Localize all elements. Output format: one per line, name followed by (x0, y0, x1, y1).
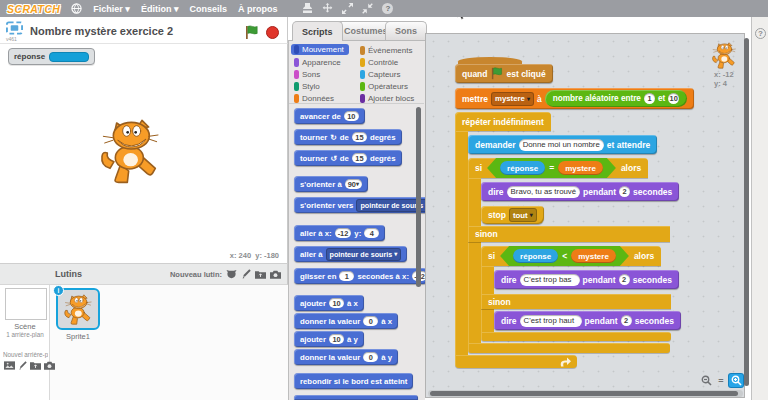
scratch-logo[interactable]: SCRATCH (7, 3, 60, 15)
category-events[interactable]: Événements (360, 46, 412, 55)
block-mettre-mystere[interactable]: mettre mystere▾ à nombre aléatoire entre… (455, 88, 694, 109)
condition-inferieur[interactable]: réponse < mystere (500, 246, 629, 266)
answer-watcher[interactable]: réponse (8, 48, 95, 65)
upload-sprite-icon[interactable] (255, 270, 266, 279)
camera-sprite-icon[interactable] (270, 270, 281, 279)
stage-thumbnail[interactable] (5, 288, 47, 320)
category-motion[interactable]: Mouvement (291, 44, 349, 55)
zoom-out-button[interactable] (699, 374, 713, 387)
project-title: Nombre mystère exercice 2 (30, 25, 173, 37)
block-sorienter-a[interactable]: s'orienter à 90▾ (294, 176, 368, 192)
dropdown-icon: ▾ (530, 212, 533, 218)
delete-cursor-icon[interactable] (322, 3, 333, 14)
grow-sprite-icon[interactable] (342, 3, 353, 14)
category-pen[interactable]: Stylo (294, 82, 320, 91)
scrollbar-thumb[interactable] (430, 391, 738, 396)
category-more-blocks[interactable]: Ajouter blocs (360, 94, 414, 103)
block-demander[interactable]: demander Donne moi un nombre et attendre (468, 135, 657, 154)
version-label: v461 (6, 36, 17, 42)
rotate-ccw-icon: ↺ (330, 154, 337, 163)
shrink-sprite-icon[interactable] (362, 3, 373, 14)
language-globe-icon[interactable] (71, 3, 82, 14)
block-dire-trop-haut[interactable]: dire C'est trop haut pendant 2 secondes (494, 311, 681, 330)
zoom-out-icon (701, 375, 712, 386)
sprite-info-icon[interactable]: i (53, 285, 64, 296)
menu-bar: SCRATCH Fichier ▾ Édition ▾ Conseils À p… (0, 0, 768, 17)
sprite1-thumbnail[interactable] (56, 288, 100, 330)
backdrop-count-label: 1 arrière-plan (0, 331, 50, 338)
tips-help-icon[interactable]: ? (755, 28, 766, 39)
stage-size-icon[interactable] (6, 21, 23, 35)
menu-file[interactable]: Fichier ▾ (93, 4, 130, 14)
green-flag-icon (491, 67, 504, 80)
block-dire-bravo[interactable]: dire Bravo, tu as trouvé pendant 2 secon… (481, 182, 679, 201)
category-sensing[interactable]: Capteurs (360, 70, 400, 79)
stop-dropdown[interactable]: tout▾ (509, 208, 537, 222)
palette-scrollbar[interactable] (416, 107, 421, 287)
duplicate-stamp-icon[interactable] (302, 3, 313, 14)
block-tourner-gauche[interactable]: tourner ↺ de 15 degrés (294, 150, 402, 166)
tab-scripts[interactable]: Scripts (292, 21, 343, 41)
category-data[interactable]: Données (294, 94, 334, 103)
sprite-y-readout: y: 4 (714, 79, 727, 88)
say-text-field[interactable]: C'est trop bas (520, 274, 580, 286)
menu-about[interactable]: À propos (238, 4, 278, 14)
motion-color-chip (294, 45, 299, 54)
block-avancer[interactable]: avancer de10 (294, 108, 365, 124)
ask-text-field[interactable]: Donne moi un nombre (519, 139, 604, 151)
block-quand-drapeau[interactable]: quand est cliqué (455, 64, 553, 83)
paint-sprite-icon[interactable] (241, 269, 251, 279)
block-si-egal[interactable]: si réponse = mystere alors (468, 158, 648, 178)
block-aller-a-xy[interactable]: aller à x: -12 y: 4 (294, 225, 385, 241)
block-glisser[interactable]: glisser en 1 secondes à x: -12 y: (294, 268, 427, 284)
new-backdrop-label: Nouvel arrière-plan: (3, 351, 48, 358)
block-help-icon[interactable]: ? (382, 3, 393, 14)
stop-button[interactable] (266, 26, 279, 39)
script-vertical-scrollbar[interactable] (744, 38, 749, 386)
upload-backdrop-icon[interactable] (30, 361, 41, 370)
stage[interactable]: réponse x: 240 y: -180 (0, 44, 288, 263)
cat-sprite-on-stage[interactable] (98, 116, 162, 186)
block-dire-trop-bas[interactable]: dire C'est trop bas pendant 2 secondes (494, 270, 679, 289)
block-donner-x[interactable]: donner la valeur0à x (294, 313, 398, 329)
block-rebondir[interactable]: rebondir si le bord est atteint (294, 373, 413, 389)
say-text-field[interactable]: C'est trop haut (520, 315, 582, 327)
reporter-mystere[interactable]: mystere (571, 249, 616, 263)
category-operators[interactable]: Opérateurs (360, 82, 408, 91)
say-text-field[interactable]: Bravo, tu as trouvé (507, 186, 580, 198)
condition-egal[interactable]: réponse = mystere (487, 158, 616, 178)
menu-tips[interactable]: Conseils (189, 4, 227, 14)
category-sound[interactable]: Sons (294, 70, 320, 79)
reporter-reponse[interactable]: réponse (500, 161, 545, 175)
scratch-editor: SCRATCH Fichier ▾ Édition ▾ Conseils À p… (0, 0, 768, 400)
green-flag-button[interactable] (245, 25, 260, 40)
sprite-library-icon[interactable] (226, 269, 237, 279)
tab-sounds[interactable]: Sons (385, 21, 427, 40)
block-repeter-indefiniment[interactable]: répéter indéfiniment (455, 112, 551, 131)
reporter-mystere[interactable]: mystere (558, 161, 603, 175)
block-ajouter-y[interactable]: ajouter10à y (294, 331, 364, 347)
zoom-reset-button[interactable]: = (714, 374, 728, 387)
category-control[interactable]: Contrôle (360, 58, 398, 67)
if1-bottom (468, 343, 670, 353)
zoom-in-button[interactable] (729, 374, 743, 387)
category-looks[interactable]: Apparence (294, 58, 341, 67)
block-stop[interactable]: stop tout▾ (481, 206, 544, 224)
script-horizontal-scrollbar[interactable] (428, 390, 743, 397)
sprite1-cat-image (63, 293, 93, 326)
camera-backdrop-icon[interactable] (44, 361, 55, 370)
scene-label: Scène (0, 322, 50, 331)
paint-backdrop-icon[interactable] (18, 361, 27, 370)
tips-panel[interactable]: ? (751, 17, 768, 400)
block-aller-a[interactable]: aller à pointeur de souris▾ (294, 246, 407, 262)
variable-dropdown[interactable]: mystere▾ (491, 92, 534, 106)
block-si-inferieur[interactable]: si réponse < mystere alors (481, 246, 661, 266)
menu-edit[interactable]: Édition ▾ (141, 4, 179, 14)
block-nombre-aleatoire[interactable]: nombre aléatoire entre 1 et 10 (545, 90, 688, 107)
reporter-reponse[interactable]: réponse (513, 249, 558, 263)
backdrop-library-icon[interactable] (4, 361, 15, 370)
block-partial[interactable] (294, 395, 418, 400)
block-tourner-droite[interactable]: tourner ↻ de 15 degrés (294, 129, 402, 145)
block-donner-y[interactable]: donner la valeur0à y (294, 349, 398, 365)
block-ajouter-x[interactable]: ajouter10à x (294, 295, 364, 311)
